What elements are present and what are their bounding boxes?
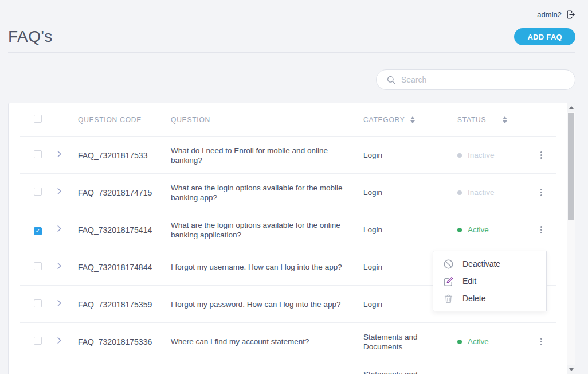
row-checkbox[interactable] — [34, 188, 42, 196]
column-header-category: CATEGORY — [363, 115, 457, 125]
row-actions-kebab-icon[interactable] — [538, 186, 544, 198]
status-badge: Active — [457, 225, 530, 234]
question-code: FAQ_732018174715 — [78, 188, 171, 197]
search-row — [0, 69, 575, 90]
question-code: FAQ_732018174844 — [78, 263, 171, 272]
page-header: FAQ's ADD FAQ — [8, 28, 575, 46]
expand-chevron-icon[interactable] — [55, 336, 64, 347]
question-text: I forgot my password. How can I log into… — [171, 299, 363, 309]
sort-icon-status[interactable] — [503, 116, 507, 123]
status-badge: Active — [457, 337, 530, 346]
expand-chevron-icon[interactable] — [55, 150, 64, 161]
expand-chevron-icon[interactable] — [55, 262, 64, 272]
ban-icon — [443, 259, 454, 270]
edit-icon — [443, 276, 454, 287]
column-header-question: QUESTION — [171, 115, 363, 125]
faq-admin-page: { "topbar": { "username": "admin2" }, "h… — [0, 0, 588, 374]
category-text: Statements and Documents — [363, 369, 457, 374]
column-header-status: STATUS — [457, 116, 530, 124]
search-icon — [386, 75, 396, 85]
page-title: FAQ's — [8, 28, 53, 46]
table-row: FAQ_732018175336 Where can I find my acc… — [9, 323, 575, 360]
scrollbar-up-arrow[interactable] — [567, 103, 575, 112]
search-input[interactable] — [401, 75, 567, 84]
status-dot — [457, 153, 462, 158]
add-faq-button[interactable]: ADD FAQ — [514, 28, 575, 45]
table-row: FAQ_732018174715 What are the login opti… — [9, 174, 575, 211]
table-header-row: QUESTION CODE QUESTION CATEGORY STATUS — [9, 103, 575, 137]
faq-table: QUESTION CODE QUESTION CATEGORY STATUS F… — [8, 103, 575, 374]
question-code: FAQ_732018175336 — [78, 337, 171, 346]
row-checkbox[interactable] — [34, 150, 42, 158]
table-scrollbar[interactable] — [567, 103, 575, 374]
expand-chevron-icon[interactable] — [55, 187, 64, 198]
row-actions-kebab-icon[interactable] — [538, 336, 544, 348]
topbar: admin2 — [0, 0, 588, 20]
question-text: Where can I find my account statement? — [171, 337, 363, 346]
expand-chevron-icon[interactable] — [55, 299, 64, 310]
table-row: FAQ_732018175414 What are the login opti… — [9, 211, 575, 248]
row-actions-kebab-icon[interactable] — [538, 149, 544, 161]
question-code: FAQ_732018175359 — [78, 300, 171, 309]
table-row: FAQ_73201817533 What do I need to Enroll… — [9, 137, 575, 174]
status-dot — [457, 340, 462, 344]
row-actions-kebab-icon[interactable] — [538, 224, 544, 236]
status-badge: Inactive — [457, 188, 530, 197]
table-row-partial: Statements and Documents — [9, 360, 575, 374]
sort-icon-category[interactable] — [410, 116, 415, 123]
expand-chevron-icon[interactable] — [55, 224, 64, 235]
category-text: Login — [363, 188, 457, 197]
scrollbar-down-arrow[interactable] — [567, 365, 575, 374]
question-code: FAQ_732018175414 — [78, 225, 171, 235]
status-badge: Inactive — [457, 151, 530, 159]
menu-item-deactivate[interactable]: Deactivate — [433, 255, 546, 272]
category-text: Login — [363, 150, 457, 160]
menu-item-delete[interactable]: Delete — [433, 290, 546, 307]
question-code: FAQ_73201817533 — [78, 151, 171, 160]
row-checkbox[interactable] — [34, 262, 42, 270]
row-actions-context-menu: Deactivate Edit Delete — [433, 251, 547, 311]
status-dot — [457, 190, 462, 195]
scrollbar-thumb[interactable] — [568, 113, 574, 220]
logout-icon[interactable] — [566, 10, 575, 20]
status-dot — [457, 228, 462, 232]
search-box — [376, 69, 575, 90]
column-header-question-code: QUESTION CODE — [78, 116, 171, 124]
question-text: I forgot my username. How can I log into… — [171, 262, 363, 272]
header-divider — [8, 52, 575, 53]
row-checkbox[interactable] — [34, 227, 42, 235]
select-all-checkbox[interactable] — [34, 115, 42, 123]
logged-in-username: admin2 — [537, 10, 562, 19]
question-text: What do I need to Enroll for mobile and … — [171, 146, 363, 165]
question-text: What are the login options available for… — [171, 183, 363, 202]
menu-item-edit[interactable]: Edit — [433, 272, 546, 290]
category-text: Statements and Documents — [363, 332, 457, 352]
trash-icon — [443, 293, 454, 304]
category-text: Login — [363, 225, 457, 235]
question-text: What are the login options available for… — [171, 220, 363, 240]
row-checkbox[interactable] — [34, 337, 42, 345]
row-checkbox[interactable] — [34, 299, 42, 307]
